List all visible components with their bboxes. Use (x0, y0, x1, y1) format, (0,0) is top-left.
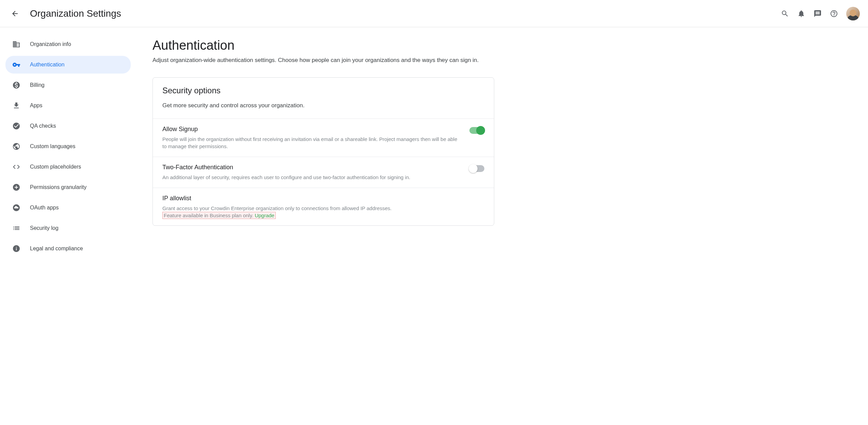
option-allow-signup: Allow Signup People will join the organi… (153, 119, 494, 157)
help-icon (830, 10, 838, 18)
sidebar-item-oauth-apps[interactable]: OAuth apps (5, 199, 131, 217)
main-subtitle: Adjust organization-wide authentication … (152, 57, 494, 64)
messages-button[interactable] (814, 10, 822, 18)
sidebar-item-label: Legal and compliance (30, 246, 83, 252)
list-icon (12, 224, 20, 232)
chat-icon (814, 10, 822, 18)
toggle-allow-signup[interactable] (469, 127, 484, 134)
sidebar-item-organization-info[interactable]: Organization info (5, 35, 131, 53)
card-title: Security options (162, 86, 484, 95)
sidebar-item-billing[interactable]: Billing (5, 76, 131, 94)
globe-icon (12, 142, 20, 151)
security-options-card: Security options Get more security and c… (152, 77, 494, 226)
sidebar-item-label: Authentication (30, 62, 64, 68)
sidebar-item-security-log[interactable]: Security log (5, 219, 131, 237)
toggle-two-factor[interactable] (469, 165, 484, 172)
building-icon (12, 40, 20, 48)
sidebar: Organization info Authentication Billing… (0, 27, 136, 268)
code-icon (12, 163, 20, 171)
sidebar-item-custom-languages[interactable]: Custom languages (5, 138, 131, 155)
sidebar-item-label: Security log (30, 225, 59, 231)
sidebar-item-label: QA checks (30, 123, 56, 129)
key-icon (12, 61, 20, 69)
option-title: Allow Signup (162, 126, 461, 133)
search-button[interactable] (781, 10, 789, 18)
sidebar-item-legal-and-compliance[interactable]: Legal and compliance (5, 240, 131, 257)
sidebar-item-authentication[interactable]: Authentication (5, 56, 131, 74)
option-title: IP allowlist (162, 195, 476, 202)
option-ip-allowlist: IP allowlist Grant access to your Crowdi… (153, 188, 494, 225)
download-icon (12, 101, 20, 110)
avatar[interactable] (846, 7, 860, 20)
sidebar-item-label: Billing (30, 82, 45, 88)
dollar-icon (12, 81, 20, 89)
option-desc: An additional layer of security, require… (162, 174, 461, 181)
search-icon (781, 10, 789, 18)
header: Organization Settings (0, 0, 868, 27)
back-button[interactable] (8, 7, 22, 20)
option-title: Two-Factor Authentication (162, 164, 461, 171)
arrow-back-icon (11, 10, 19, 18)
sidebar-item-label: Custom languages (30, 143, 75, 149)
plus-circle-icon (12, 183, 20, 191)
option-desc: Grant access to your Crowdin Enterprise … (162, 205, 476, 212)
header-actions (781, 7, 860, 20)
page-title: Organization Settings (30, 8, 781, 19)
option-two-factor: Two-Factor Authentication An additional … (153, 157, 494, 188)
check-circle-icon (12, 122, 20, 130)
sidebar-item-qa-checks[interactable]: QA checks (5, 117, 131, 135)
sidebar-item-label: OAuth apps (30, 205, 59, 211)
sidebar-item-label: Custom placeholders (30, 164, 81, 170)
sidebar-item-label: Permissions granularity (30, 184, 86, 190)
card-subtitle: Get more security and control across you… (162, 102, 484, 109)
main-title: Authentication (152, 38, 494, 53)
sidebar-item-label: Organization info (30, 41, 71, 47)
help-button[interactable] (830, 10, 838, 18)
sidebar-item-apps[interactable]: Apps (5, 97, 131, 114)
main-content: Authentication Adjust organization-wide … (136, 27, 511, 268)
cloud-icon (12, 204, 20, 212)
sidebar-item-custom-placeholders[interactable]: Custom placeholders (5, 158, 131, 176)
upgrade-notice: Feature available in Business plan only.… (162, 212, 276, 219)
notifications-button[interactable] (797, 10, 805, 18)
upgrade-link[interactable]: Upgrade (255, 212, 274, 218)
sidebar-item-permissions-granularity[interactable]: Permissions granularity (5, 178, 131, 196)
info-icon (12, 245, 20, 253)
sidebar-item-label: Apps (30, 103, 42, 109)
bell-icon (797, 10, 805, 18)
option-desc: People will join the organization withou… (162, 136, 461, 150)
